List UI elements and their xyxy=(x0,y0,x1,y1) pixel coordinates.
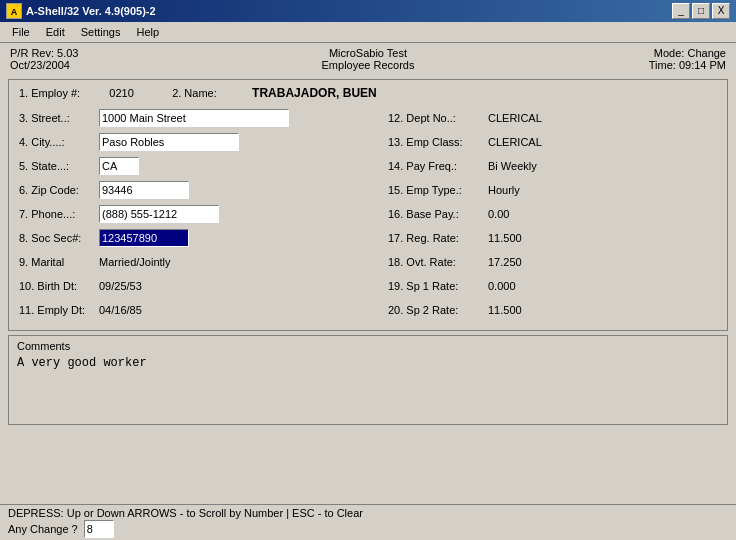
state-input[interactable] xyxy=(99,157,139,175)
base-pay-value: 0.00 xyxy=(488,208,509,220)
sp1-rate-value: 0.000 xyxy=(488,280,516,292)
emp-type-row: 15. Emp Type.: Hourly xyxy=(388,180,717,200)
comments-text: A very good worker xyxy=(17,356,719,370)
dept-value: CLERICAL xyxy=(488,112,542,124)
sp1-rate-label: 19. Sp 1 Rate: xyxy=(388,280,488,292)
header-info: P/R Rev: 5.03 Oct/23/2004 MicroSabio Tes… xyxy=(0,43,736,75)
main-window: A A-Shell/32 Ver. 4.9(905)-2 _ □ X File … xyxy=(0,0,736,540)
header-center: MicroSabio Test Employee Records xyxy=(249,47,488,71)
marital-value: Married/Jointly xyxy=(99,256,348,268)
header-right: Mode: Change Time: 09:14 PM xyxy=(487,47,726,71)
name-label: 2. Name: xyxy=(172,87,217,99)
right-fields: 12. Dept No..: CLERICAL 13. Emp Class: C… xyxy=(368,108,717,324)
time-row: Time: 09:14 PM xyxy=(487,59,726,71)
menu-edit[interactable]: Edit xyxy=(38,24,73,40)
sp2-rate-row: 20. Sp 2 Rate: 11.500 xyxy=(388,300,717,320)
title-bar-text: A A-Shell/32 Ver. 4.9(905)-2 xyxy=(6,3,156,19)
pay-freq-row: 14. Pay Freq.: Bi Weekly xyxy=(388,156,717,176)
dept-row: 12. Dept No..: CLERICAL xyxy=(388,108,717,128)
phone-input[interactable] xyxy=(99,205,219,223)
soc-row: 8. Soc Sec#: xyxy=(19,228,348,248)
pay-freq-value: Bi Weekly xyxy=(488,160,537,172)
pay-freq-label: 14. Pay Freq.: xyxy=(388,160,488,172)
emp-class-row: 13. Emp Class: CLERICAL xyxy=(388,132,717,152)
city-row: 4. City....: xyxy=(19,132,348,152)
employee-id-row: 1. Employ #: 0210 2. Name: TRABAJADOR, B… xyxy=(19,86,717,100)
sp1-rate-row: 19. Sp 1 Rate: 0.000 xyxy=(388,276,717,296)
comments-section: Comments A very good worker xyxy=(8,335,728,425)
birth-row: 10. Birth Dt: 09/25/53 xyxy=(19,276,348,296)
soc-label: 8. Soc Sec#: xyxy=(19,232,99,244)
menu-bar: File Edit Settings Help xyxy=(0,22,736,43)
base-pay-label: 16. Base Pay.: xyxy=(388,208,488,220)
title-bar-buttons: _ □ X xyxy=(672,3,730,19)
reg-rate-value: 11.500 xyxy=(488,232,522,244)
state-row: 5. State...: xyxy=(19,156,348,176)
employee-panel: 1. Employ #: 0210 2. Name: TRABAJADOR, B… xyxy=(8,79,728,331)
status-line1: DEPRESS: Up or Down ARROWS - to Scroll b… xyxy=(8,507,728,519)
employ-dt-label: 11. Emply Dt: xyxy=(19,304,99,316)
dept-label: 12. Dept No..: xyxy=(388,112,488,124)
birth-value: 09/25/53 xyxy=(99,280,348,292)
sp2-rate-value: 11.500 xyxy=(488,304,522,316)
header-left: P/R Rev: 5.03 Oct/23/2004 xyxy=(10,47,249,71)
employ-label: 1. Employ #: xyxy=(19,87,80,99)
zip-label: 6. Zip Code: xyxy=(19,184,99,196)
ovt-rate-label: 18. Ovt. Rate: xyxy=(388,256,488,268)
sp2-rate-label: 20. Sp 2 Rate: xyxy=(388,304,488,316)
main-content: 1. Employ #: 0210 2. Name: TRABAJADOR, B… xyxy=(8,79,728,425)
left-fields: 3. Street..: 4. City....: 5. State...: 6… xyxy=(19,108,368,324)
comments-label: Comments xyxy=(17,340,719,352)
title-bar: A A-Shell/32 Ver. 4.9(905)-2 _ □ X xyxy=(0,0,736,22)
street-input[interactable] xyxy=(99,109,289,127)
minimize-button[interactable]: _ xyxy=(672,3,690,19)
emp-type-value: Hourly xyxy=(488,184,520,196)
emp-class-value: CLERICAL xyxy=(488,136,542,148)
header-date: Oct/23/2004 xyxy=(10,59,249,71)
soc-input[interactable] xyxy=(99,229,189,247)
zip-input[interactable] xyxy=(99,181,189,199)
ovt-rate-value: 17.250 xyxy=(488,256,522,268)
employ-dt-row: 11. Emply Dt: 04/16/85 xyxy=(19,300,348,320)
base-pay-row: 16. Base Pay.: 0.00 xyxy=(388,204,717,224)
close-button[interactable]: X xyxy=(712,3,730,19)
menu-file[interactable]: File xyxy=(4,24,38,40)
employ-value: 0210 xyxy=(109,87,133,99)
app-module: Employee Records xyxy=(249,59,488,71)
status-bar: DEPRESS: Up or Down ARROWS - to Scroll b… xyxy=(0,504,736,540)
phone-label: 7. Phone...: xyxy=(19,208,99,220)
reg-rate-row: 17. Reg. Rate: 11.500 xyxy=(388,228,717,248)
fields-grid: 3. Street..: 4. City....: 5. State...: 6… xyxy=(19,108,717,324)
city-label: 4. City....: xyxy=(19,136,99,148)
app-icon: A xyxy=(6,3,22,19)
pr-rev: P/R Rev: 5.03 xyxy=(10,47,249,59)
birth-label: 10. Birth Dt: xyxy=(19,280,99,292)
ovt-rate-row: 18. Ovt. Rate: 17.250 xyxy=(388,252,717,272)
street-label: 3. Street..: xyxy=(19,112,99,124)
employee-name: TRABAJADOR, BUEN xyxy=(252,86,377,100)
any-change-input[interactable] xyxy=(84,520,114,538)
menu-help[interactable]: Help xyxy=(128,24,167,40)
emp-class-label: 13. Emp Class: xyxy=(388,136,488,148)
zip-row: 6. Zip Code: xyxy=(19,180,348,200)
phone-row: 7. Phone...: xyxy=(19,204,348,224)
marital-label: 9. Marital xyxy=(19,256,99,268)
any-change-label: Any Change ? xyxy=(8,523,78,535)
marital-row: 9. Marital Married/Jointly xyxy=(19,252,348,272)
mode-row: Mode: Change xyxy=(487,47,726,59)
state-label: 5. State...: xyxy=(19,160,99,172)
app-name: MicroSabio Test xyxy=(249,47,488,59)
reg-rate-label: 17. Reg. Rate: xyxy=(388,232,488,244)
window-title: A-Shell/32 Ver. 4.9(905)-2 xyxy=(26,5,156,17)
menu-settings[interactable]: Settings xyxy=(73,24,129,40)
emp-type-label: 15. Emp Type.: xyxy=(388,184,488,196)
street-row: 3. Street..: xyxy=(19,108,348,128)
employ-dt-value: 04/16/85 xyxy=(99,304,348,316)
city-input[interactable] xyxy=(99,133,239,151)
maximize-button[interactable]: □ xyxy=(692,3,710,19)
status-line2: Any Change ? xyxy=(8,520,728,538)
